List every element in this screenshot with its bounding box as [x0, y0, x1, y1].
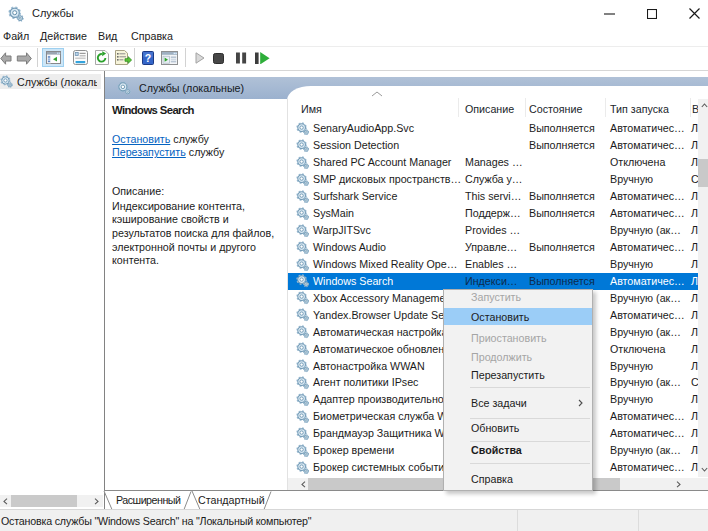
svg-text:?: ?: [145, 51, 151, 63]
